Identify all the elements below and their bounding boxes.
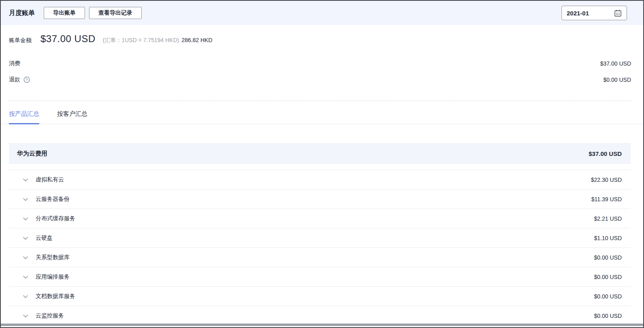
bill-summary: 账单金额 $37.00 USD (汇率：1USD = 7.75194 HKD) … bbox=[1, 25, 643, 101]
horizontal-scrollbar[interactable] bbox=[1, 324, 643, 326]
product-amount: $0.00 USD bbox=[594, 313, 622, 319]
table-row: 关系型数据库 $0.00 USD bbox=[9, 248, 631, 267]
consumption-label: 消费 bbox=[9, 60, 20, 67]
dashed-divider bbox=[9, 100, 631, 101]
summary-tabs: 按产品汇总 按客户汇总 bbox=[1, 105, 643, 124]
table-row: 文档数据库服务 $0.00 USD bbox=[9, 287, 631, 306]
chevron-down-icon[interactable] bbox=[22, 273, 29, 281]
bill-amount-label: 账单金额 bbox=[9, 37, 32, 44]
page-title: 月度账单 bbox=[9, 9, 35, 17]
product-amount: $0.00 USD bbox=[594, 254, 622, 261]
table-row: 应用编排服务 $0.00 USD bbox=[9, 267, 631, 287]
refund-value: $0.00 USD bbox=[604, 77, 631, 83]
consumption-row: 消费 $37.00 USD bbox=[9, 60, 631, 67]
exchange-rate-note: (汇率：1USD = 7.75194 HKD) bbox=[103, 37, 179, 44]
product-name: 关系型数据库 bbox=[36, 254, 70, 261]
tab-by-product[interactable]: 按产品汇总 bbox=[9, 105, 39, 124]
product-name: 云硬盘 bbox=[36, 234, 53, 242]
month-picker[interactable]: 2021-01 bbox=[561, 6, 627, 20]
month-picker-value: 2021-01 bbox=[567, 10, 589, 17]
product-name: 云服务器备份 bbox=[36, 196, 70, 203]
product-name: 应用编排服务 bbox=[36, 273, 70, 281]
bill-amount-value: $37.00 USD bbox=[40, 33, 96, 45]
product-amount: $22.30 USD bbox=[591, 177, 622, 183]
product-amount: $1.10 USD bbox=[594, 235, 622, 241]
chevron-down-icon[interactable] bbox=[22, 293, 29, 300]
calendar-icon[interactable] bbox=[614, 9, 622, 17]
product-amount: $2.21 USD bbox=[594, 215, 622, 222]
chevron-down-icon[interactable] bbox=[22, 234, 29, 242]
table-row: 分布式缓存服务 $2.21 USD bbox=[9, 209, 631, 228]
chevron-down-icon[interactable] bbox=[22, 176, 29, 183]
table-row: 云硬盘 $1.10 USD bbox=[9, 228, 631, 248]
chevron-down-icon[interactable] bbox=[22, 196, 29, 203]
svg-text:?: ? bbox=[26, 77, 28, 82]
product-name: 分布式缓存服务 bbox=[36, 215, 75, 222]
chevron-down-icon[interactable] bbox=[22, 254, 29, 261]
product-name: 虚拟私有云 bbox=[36, 176, 64, 183]
converted-amount: 286.82 HKD bbox=[181, 37, 212, 43]
help-icon[interactable]: ? bbox=[23, 77, 30, 83]
table-header-label: 华为云费用 bbox=[17, 150, 47, 158]
product-summary-table: 华为云费用 $37.00 USD 虚拟私有云 $22.30 USD 云服务器备份… bbox=[9, 143, 631, 326]
product-name: 云监控服务 bbox=[36, 312, 64, 319]
table-row: 云服务器备份 $11.39 USD bbox=[9, 190, 631, 209]
consumption-value: $37.00 USD bbox=[600, 60, 631, 67]
product-amount: $0.00 USD bbox=[594, 274, 622, 280]
tab-by-customer[interactable]: 按客户汇总 bbox=[57, 105, 87, 124]
chevron-down-icon[interactable] bbox=[22, 215, 29, 222]
product-name: 文档数据库服务 bbox=[36, 293, 75, 300]
export-bill-button[interactable]: 导出账单 bbox=[44, 7, 85, 19]
table-row: 虚拟私有云 $22.30 USD bbox=[9, 170, 631, 190]
chevron-down-icon[interactable] bbox=[22, 312, 29, 319]
topbar: 月度账单 导出账单 查看导出记录 2021-01 bbox=[1, 1, 643, 25]
bill-amount-row: 账单金额 $37.00 USD (汇率：1USD = 7.75194 HKD) … bbox=[9, 33, 631, 47]
product-amount: $0.00 USD bbox=[594, 293, 622, 300]
view-export-records-button[interactable]: 查看导出记录 bbox=[89, 7, 142, 19]
refund-row: 退款 ? $0.00 USD bbox=[9, 76, 631, 83]
table-header-value: $37.00 USD bbox=[589, 150, 622, 157]
table-body: 虚拟私有云 $22.30 USD 云服务器备份 $11.39 USD 分布式缓存… bbox=[9, 170, 631, 326]
monthly-bill-page: 月度账单 导出账单 查看导出记录 2021-01 账单金额 $37.00 USD… bbox=[0, 0, 644, 328]
refund-label: 退款 bbox=[9, 76, 20, 83]
product-amount: $11.39 USD bbox=[591, 196, 622, 202]
table-header: 华为云费用 $37.00 USD bbox=[9, 143, 631, 164]
table-row: 云监控服务 $0.00 USD bbox=[9, 306, 631, 326]
